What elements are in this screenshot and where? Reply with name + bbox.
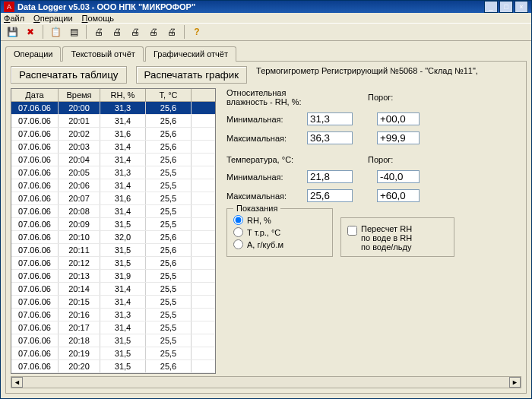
table-cell: 31,4 — [100, 154, 146, 166]
header-rh[interactable]: RH, % — [100, 89, 146, 101]
close-button[interactable]: × — [515, 1, 528, 13]
table-row[interactable]: 07.06.0620:0631,425,5 — [11, 179, 215, 192]
table-row[interactable]: 07.06.0620:0431,425,6 — [11, 154, 215, 166]
table-cell: 07.06.06 — [11, 128, 59, 140]
table-cell: 20:13 — [59, 270, 100, 282]
separator — [184, 25, 185, 39]
table-cell: 07.06.06 — [11, 179, 59, 192]
minimize-button[interactable]: _ — [484, 1, 498, 13]
table-cell: 32,0 — [100, 231, 146, 243]
scroll-left-icon[interactable]: ◄ — [11, 377, 23, 388]
menu-file[interactable]: Файл — [4, 14, 24, 23]
table-cell: 31,5 — [100, 257, 146, 269]
menu-help[interactable]: Помощь — [82, 14, 115, 23]
table-row[interactable]: 07.06.0620:1631,325,5 — [11, 309, 215, 321]
table-cell: 25,5 — [146, 296, 192, 308]
table-cell: 07.06.06 — [11, 283, 59, 295]
data-table: Дата Время RH, % T, °C 07.06.0620:0031,3… — [11, 88, 216, 374]
header-time[interactable]: Время — [59, 89, 100, 101]
table-cell: 20:03 — [59, 141, 100, 153]
tab-text-report[interactable]: Текстовый отчёт — [62, 46, 143, 62]
table-cell: 07.06.06 — [11, 347, 59, 359]
table-row[interactable]: 07.06.0620:0831,425,5 — [11, 205, 215, 218]
table-row[interactable]: 07.06.0620:1231,525,6 — [11, 257, 215, 270]
table-cell: 07.06.06 — [11, 244, 59, 256]
t-max-field[interactable] — [307, 189, 353, 202]
table-cell: 31,5 — [100, 360, 146, 372]
table-row[interactable]: 07.06.0620:0931,525,5 — [11, 218, 215, 231]
table-cell: 07.06.06 — [11, 334, 59, 347]
print-icon[interactable]: 🖨 — [90, 24, 107, 40]
table-cell: 31,4 — [100, 115, 146, 127]
table-row[interactable]: 07.06.0620:2031,525,6 — [11, 360, 215, 373]
table-row[interactable]: 07.06.0620:1931,525,5 — [11, 347, 215, 360]
scroll-track[interactable] — [23, 377, 509, 388]
list-icon[interactable]: ▤ — [65, 24, 82, 40]
copy-icon[interactable]: 📋 — [47, 24, 64, 40]
table-row[interactable]: 07.06.0620:0731,625,5 — [11, 192, 215, 205]
table-cell: 20:18 — [59, 334, 100, 347]
table-row[interactable]: 07.06.0620:0531,325,5 — [11, 166, 215, 179]
table-row[interactable]: 07.06.0620:0331,425,6 — [11, 141, 215, 154]
table-cell: 31,6 — [100, 192, 146, 204]
table-cell: 20:16 — [59, 309, 100, 321]
table-cell: 20:15 — [59, 296, 100, 308]
horizontal-scrollbar[interactable]: ◄ ► — [11, 376, 521, 388]
table-cell: 20:07 — [59, 192, 100, 204]
radio-abs[interactable]: A, г/куб.м — [233, 239, 326, 249]
table-cell: 07.06.06 — [11, 115, 59, 127]
delete-icon[interactable]: ✖ — [22, 24, 39, 40]
menu-bar: Файл Операции Помощь — [1, 13, 531, 23]
print-setup-icon[interactable]: 🖨 — [145, 24, 162, 40]
tab-graph-report[interactable]: Графический отчёт — [145, 46, 236, 62]
table-body[interactable]: 07.06.0620:0031,325,607.06.0620:0131,425… — [11, 102, 215, 373]
rh-max-field[interactable] — [307, 131, 353, 144]
print-chart-button[interactable]: Распечатать график — [136, 66, 248, 84]
table-row[interactable]: 07.06.0620:1731,425,5 — [11, 321, 215, 334]
table-cell: 25,6 — [146, 244, 192, 256]
scroll-right-icon[interactable]: ► — [509, 377, 521, 388]
table-cell: 25,6 — [146, 141, 192, 153]
radio-rh[interactable]: RH, % — [233, 215, 326, 225]
table-cell: 25,6 — [146, 102, 192, 114]
table-row[interactable]: 07.06.0620:1431,425,5 — [11, 283, 215, 296]
table-row[interactable]: 07.06.0620:1831,525,5 — [11, 334, 215, 347]
table-cell: 31,3 — [100, 166, 146, 179]
print-table-button[interactable]: Распечатать таблицу — [11, 66, 127, 84]
rh-min-field[interactable] — [307, 112, 353, 125]
threshold-label: Порог: — [368, 93, 413, 102]
t-max-thresh-field[interactable] — [377, 189, 420, 202]
print-all-icon[interactable]: 🖨 — [127, 24, 144, 40]
menu-operations[interactable]: Операции — [33, 14, 72, 23]
tab-operations[interactable]: Операции — [5, 46, 61, 62]
rh-min-thresh-field[interactable] — [377, 112, 420, 125]
table-cell: 07.06.06 — [11, 231, 59, 243]
table-row[interactable]: 07.06.0620:0131,425,6 — [11, 115, 215, 128]
help-icon[interactable]: ? — [188, 24, 205, 40]
radio-dew[interactable]: Т т.р., °C — [233, 227, 326, 237]
table-row[interactable]: 07.06.0620:1032,025,6 — [11, 231, 215, 244]
save-icon[interactable]: 💾 — [4, 24, 21, 40]
t-min-field[interactable] — [307, 170, 353, 183]
table-cell: 20:19 — [59, 347, 100, 359]
recalc-group: Пересчет RH по воде в RH по воде/льду — [340, 217, 454, 257]
table-cell: 20:09 — [59, 218, 100, 230]
table-row[interactable]: 07.06.0620:1531,425,5 — [11, 296, 215, 309]
table-cell: 25,5 — [146, 309, 192, 321]
table-row[interactable]: 07.06.0620:1331,925,5 — [11, 270, 215, 283]
table-row[interactable]: 07.06.0620:1131,525,6 — [11, 244, 215, 257]
preview-icon[interactable]: 🖨 — [109, 24, 125, 40]
print-setup2-icon[interactable]: 🖨 — [163, 24, 180, 40]
t-min-thresh-field[interactable] — [377, 170, 420, 183]
maximize-button[interactable]: □ — [499, 1, 513, 13]
table-row[interactable]: 07.06.0620:0231,625,6 — [11, 128, 215, 141]
table-cell: 20:14 — [59, 283, 100, 295]
table-cell: 25,6 — [146, 154, 192, 166]
table-row[interactable]: 07.06.0620:0031,325,6 — [11, 102, 215, 115]
header-date[interactable]: Дата — [11, 89, 59, 101]
table-cell: 31,5 — [100, 347, 146, 359]
rh-max-thresh-field[interactable] — [377, 131, 420, 144]
table-cell: 07.06.06 — [11, 360, 59, 372]
recalc-checkbox[interactable]: Пересчет RH по воде в RH по воде/льду — [347, 224, 448, 252]
header-t[interactable]: T, °C — [146, 89, 192, 101]
